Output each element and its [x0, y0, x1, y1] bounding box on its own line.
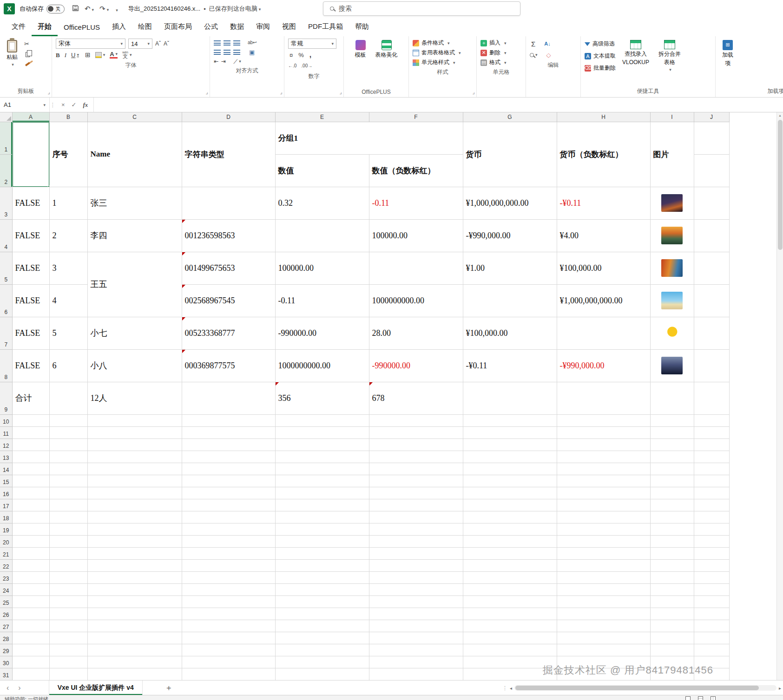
cell-G26[interactable] — [463, 608, 557, 620]
cell-A4[interactable]: FALSE — [12, 219, 49, 252]
cell-A10[interactable] — [12, 414, 49, 426]
cell-D28[interactable] — [182, 632, 275, 644]
cell-D16[interactable] — [182, 487, 275, 499]
cell-C16[interactable] — [87, 487, 182, 499]
cell-I26[interactable] — [650, 608, 694, 620]
cell-J2[interactable] — [694, 154, 729, 187]
row-header-5[interactable]: 5 — [0, 252, 12, 284]
cell-B27[interactable] — [49, 620, 87, 632]
cell-G4[interactable]: -¥990,000.00 — [463, 219, 557, 252]
cell-H26[interactable] — [557, 608, 650, 620]
cell-B4[interactable]: 2 — [49, 219, 87, 252]
cell-B25[interactable] — [49, 595, 87, 608]
cell-E19[interactable] — [275, 523, 369, 535]
cell-C8[interactable]: 小八 — [87, 349, 182, 382]
cell-A31[interactable] — [12, 668, 49, 680]
cell-B21[interactable] — [49, 547, 87, 559]
cell-F9[interactable]: 678 — [369, 382, 463, 414]
cell-C3[interactable]: 张三 — [87, 187, 182, 219]
cell-G22[interactable] — [463, 559, 557, 571]
cell-G24[interactable] — [463, 583, 557, 595]
cell-D11[interactable] — [182, 426, 275, 438]
cell-F29[interactable] — [369, 644, 463, 656]
cell-G1[interactable]: 货币 — [463, 122, 557, 187]
page-layout-view-icon[interactable] — [698, 696, 703, 700]
cancel-button[interactable]: × — [61, 101, 65, 108]
cell-J26[interactable] — [694, 608, 729, 620]
cell-D12[interactable] — [182, 438, 275, 451]
cell-J4[interactable] — [694, 219, 729, 252]
cell-C4[interactable]: 李四 — [87, 219, 182, 252]
tab-page-layout[interactable]: 页面布局 — [158, 18, 198, 36]
col-header-B[interactable]: B — [49, 112, 87, 122]
align-bottom-button[interactable] — [233, 40, 240, 46]
row-header-22[interactable]: 22 — [0, 559, 12, 571]
cell-A17[interactable] — [12, 499, 49, 511]
cell-F19[interactable] — [369, 523, 463, 535]
cell-F7[interactable]: 28.00 — [369, 317, 463, 349]
cell-J23[interactable] — [694, 571, 729, 583]
cell-B16[interactable] — [49, 487, 87, 499]
delete-cells-button[interactable]: ✕ 删除 — [480, 48, 522, 58]
tab-data[interactable]: 数据 — [224, 18, 250, 36]
dialog-launcher-icon[interactable] — [48, 89, 50, 95]
cell-E30[interactable] — [275, 656, 369, 668]
cell-I23[interactable] — [650, 571, 694, 583]
align-top-button[interactable] — [214, 40, 221, 46]
cell-D6[interactable]: 002568967545 — [182, 284, 275, 317]
cell-I29[interactable] — [650, 644, 694, 656]
cell-B20[interactable] — [49, 535, 87, 547]
cell-D21[interactable] — [182, 547, 275, 559]
cell-I25[interactable] — [650, 595, 694, 608]
row-header-8[interactable]: 8 — [0, 349, 12, 382]
cell-J5[interactable] — [694, 252, 729, 284]
scroll-up-icon[interactable]: ▴ — [777, 112, 783, 119]
cell-I9[interactable] — [650, 382, 694, 414]
cell-I28[interactable] — [650, 632, 694, 644]
vlookup-button[interactable]: 查找录入 VLOOKUP — [619, 38, 652, 68]
cell-H13[interactable] — [557, 451, 650, 463]
cell-J14[interactable] — [694, 463, 729, 475]
redo-button[interactable]: ↷ — [99, 5, 109, 13]
scroll-right-icon[interactable]: ▸ — [779, 686, 781, 691]
cell-E29[interactable] — [275, 644, 369, 656]
cell-C18[interactable] — [87, 511, 182, 523]
cell-I8[interactable] — [650, 349, 694, 382]
cell-A19[interactable] — [12, 523, 49, 535]
row-header-11[interactable]: 11 — [0, 426, 12, 438]
cell-G25[interactable] — [463, 595, 557, 608]
cell-C17[interactable] — [87, 499, 182, 511]
cell-H19[interactable] — [557, 523, 650, 535]
cell-F30[interactable] — [369, 656, 463, 668]
cell-C31[interactable] — [87, 668, 182, 680]
cell-G11[interactable] — [463, 426, 557, 438]
col-header-C[interactable]: C — [87, 112, 182, 122]
row-header-3[interactable]: 3 — [0, 187, 12, 219]
increase-decimal-button[interactable] — [288, 64, 296, 68]
cell-C19[interactable] — [87, 523, 182, 535]
cell-E10[interactable] — [275, 414, 369, 426]
cell-A18[interactable] — [12, 511, 49, 523]
cell-F22[interactable] — [369, 559, 463, 571]
tab-insert[interactable]: 插入 — [106, 18, 132, 36]
cell-I27[interactable] — [650, 620, 694, 632]
cell-image-autumn-lake[interactable] — [661, 259, 683, 277]
cell-E11[interactable] — [275, 426, 369, 438]
cell-A30[interactable] — [12, 656, 49, 668]
cell-J11[interactable] — [694, 426, 729, 438]
cell-F12[interactable] — [369, 438, 463, 451]
vertical-scrollbar-thumb[interactable] — [778, 120, 783, 250]
previous-sheet-button[interactable]: ‹ — [7, 684, 9, 692]
formula-input[interactable] — [94, 98, 783, 112]
cell-E31[interactable] — [275, 668, 369, 680]
cell-A20[interactable] — [12, 535, 49, 547]
cell-H11[interactable] — [557, 426, 650, 438]
cell-G9[interactable] — [463, 382, 557, 414]
enter-button[interactable]: ✓ — [72, 101, 77, 108]
cell-A21[interactable] — [12, 547, 49, 559]
cell-A27[interactable] — [12, 620, 49, 632]
new-sheet-button[interactable]: ＋ — [165, 682, 173, 693]
cell-A22[interactable] — [12, 559, 49, 571]
row-header-26[interactable]: 26 — [0, 608, 12, 620]
cut-button[interactable] — [24, 41, 30, 47]
